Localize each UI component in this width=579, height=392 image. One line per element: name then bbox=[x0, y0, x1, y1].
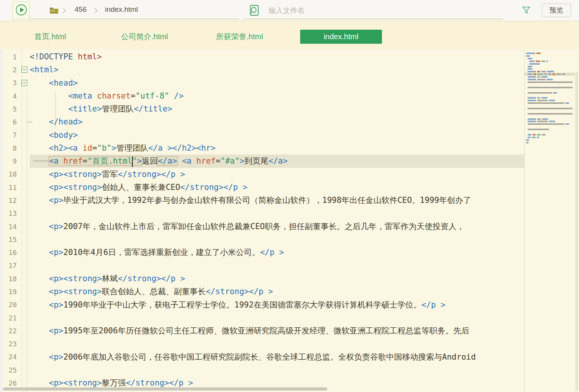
code-text: <p><strong>林斌</strong></p > bbox=[30, 272, 185, 285]
code-line-7[interactable]: 7 <body> bbox=[0, 129, 525, 142]
toolbar: 456 index.html 预览 bbox=[0, 0, 579, 22]
fold-collapse-icon[interactable]: − bbox=[21, 80, 27, 86]
line-number: 6 bbox=[0, 118, 19, 126]
line-number: 23 bbox=[0, 340, 19, 348]
filter-icon[interactable] bbox=[522, 6, 531, 16]
code-line-15[interactable]: 15 bbox=[0, 233, 525, 246]
line-number: 7 bbox=[0, 131, 19, 139]
line-number: 9 bbox=[0, 157, 19, 165]
code-line-4[interactable]: 4 <meta charset="utf-8" /> bbox=[0, 89, 525, 102]
code-line-22[interactable]: 22 <p>1995年至2006年历任微软公司主任工程师、微软亚洲研究院高级开发… bbox=[0, 324, 525, 337]
code-line-3[interactable]: 3− <head> bbox=[0, 76, 525, 89]
minimap-row bbox=[528, 79, 553, 80]
horizontal-scrollbar[interactable] bbox=[3, 387, 327, 390]
minimap-row bbox=[528, 68, 532, 70]
minimap-row bbox=[528, 134, 546, 135]
run-button[interactable] bbox=[13, 2, 30, 19]
line-number: 19 bbox=[0, 288, 19, 296]
code-line-25[interactable]: 25 bbox=[0, 363, 525, 376]
code-line-18[interactable]: 18 <p><strong>林斌</strong></p > bbox=[0, 272, 525, 285]
breadcrumb-underline bbox=[30, 19, 239, 19]
chevron-right-icon bbox=[94, 7, 98, 16]
code-text: <p><strong>创始人、董事长兼CEO</strong></p > bbox=[30, 181, 248, 194]
code-text: <p>毕业于武汉大学，1992年参与创办金山软件有限公司（简称金山软件），199… bbox=[30, 194, 471, 207]
code-line-5[interactable]: 5 <title>管理团队</title> bbox=[0, 102, 525, 115]
code-line-24[interactable]: 24 <p>2006年底加入谷歌公司，任谷歌中国工程研究院副院长、谷歌全球工程总… bbox=[0, 351, 525, 363]
tab-公司简介.html[interactable]: 公司简介.html bbox=[121, 32, 168, 42]
line-number: 25 bbox=[0, 366, 19, 374]
tab-所获荣誉.html[interactable]: 所获荣誉.html bbox=[216, 32, 263, 42]
minimap-row bbox=[528, 129, 549, 130]
code-line-17[interactable]: 17 bbox=[0, 259, 525, 272]
line-number: 2 bbox=[0, 66, 19, 74]
code-line-9[interactable]: 9 <a href="首页.html">返回</a> <a href="#a">… bbox=[0, 155, 525, 167]
file-search-icon bbox=[248, 4, 260, 18]
line-number: 13 bbox=[0, 209, 19, 217]
line-number: 18 bbox=[0, 275, 19, 283]
play-icon bbox=[15, 3, 28, 18]
breadcrumb-file[interactable]: index.html bbox=[105, 5, 138, 14]
current-line-dash bbox=[33, 161, 53, 161]
code-text: <p>2010年4月6日，雷军选择重新创业，建立了小米公司。</p > bbox=[30, 246, 284, 259]
line-number: 10 bbox=[0, 170, 19, 178]
code-line-1[interactable]: 1<!DOCTYPE html> bbox=[0, 50, 525, 63]
code-text: <p>2006年底加入谷歌公司，任谷歌中国工程研究院副院长、谷歌全球工程总监。全… bbox=[30, 351, 476, 363]
minimap-row bbox=[526, 142, 528, 143]
code-text: <p>1990年毕业于中山大学，获电子工程学士学位。1992在美国德雷塞尔大学获… bbox=[30, 298, 445, 311]
code-editor[interactable]: 1<!DOCTYPE html>2−<html>3− <head>4 <meta… bbox=[0, 49, 579, 392]
line-number: 8 bbox=[0, 144, 19, 152]
minimap-row bbox=[528, 118, 548, 120]
code-line-13[interactable]: 13 bbox=[0, 207, 525, 220]
code-line-23[interactable]: 23 bbox=[0, 338, 525, 351]
file-search-input[interactable] bbox=[269, 5, 474, 17]
line-number: 11 bbox=[0, 183, 19, 191]
vertical-scrollbar[interactable] bbox=[575, 72, 578, 391]
minimap-row bbox=[528, 71, 554, 72]
code-line-12[interactable]: 12 <p>毕业于武汉大学，1992年参与创办金山软件有限公司（简称金山软件），… bbox=[0, 194, 525, 207]
minimap-row bbox=[528, 123, 569, 125]
code-text: <title>管理团队</title> bbox=[30, 102, 172, 115]
code-line-20[interactable]: 20 <p>1990年毕业于中山大学，获电子工程学士学位。1992在美国德雷塞尔… bbox=[0, 298, 525, 311]
fold-collapse-icon[interactable]: − bbox=[21, 67, 27, 73]
code-line-6[interactable]: 6 </head> bbox=[0, 115, 525, 128]
tab-bar: 首页.html公司简介.html所获荣誉.htmlindex.html bbox=[0, 22, 579, 49]
code-line-19[interactable]: 19 <p><strong>联合创始人、总裁、副董事长</strong></p … bbox=[0, 285, 525, 298]
code-line-21[interactable]: 21 bbox=[0, 311, 525, 324]
code-text: </head> bbox=[30, 115, 83, 128]
code-line-10[interactable]: 10 <p><strong>雷军</strong></p > bbox=[0, 168, 525, 181]
minimap-row bbox=[528, 58, 532, 59]
matched-tag-box: <a href="首页.html"> bbox=[49, 156, 142, 166]
line-number: 26 bbox=[0, 379, 19, 387]
tab-index.html[interactable]: index.html bbox=[300, 30, 382, 44]
minimap-row bbox=[528, 113, 573, 115]
code-line-16[interactable]: 16 <p>2010年4月6日，雷军选择重新创业，建立了小米公司。</p > bbox=[0, 246, 525, 259]
code-line-8[interactable]: 8 <h2><a id="b">管理团队</a ></h2><hr> bbox=[0, 142, 525, 155]
line-number: 12 bbox=[0, 196, 19, 204]
code-line-2[interactable]: 2−<html> bbox=[0, 63, 525, 76]
minimap-row bbox=[528, 66, 532, 67]
line-number: 14 bbox=[0, 223, 19, 231]
matched-tag-box: </a> bbox=[158, 156, 177, 166]
minimap-row bbox=[528, 87, 573, 88]
code-text: <!DOCTYPE html> bbox=[30, 50, 102, 63]
line-number: 4 bbox=[0, 92, 19, 100]
search-underline bbox=[243, 19, 503, 19]
line-number: 21 bbox=[0, 314, 19, 322]
preview-button[interactable]: 预览 bbox=[542, 3, 571, 17]
tab-首页.html[interactable]: 首页.html bbox=[34, 32, 66, 42]
minimap-row bbox=[526, 55, 530, 57]
code-lines: 1<!DOCTYPE html>2−<html>3− <head>4 <meta… bbox=[0, 50, 525, 390]
minimap-row bbox=[528, 92, 557, 94]
minimap[interactable] bbox=[524, 49, 574, 392]
code-text: <p>2007年，金山软件上市后，雷军卸任金山软件总裁兼CEO职务，担任副董事长… bbox=[30, 220, 464, 233]
code-text: <p>1995年至2006年历任微软公司主任工程师、微软亚洲研究院高级开发经理、… bbox=[30, 324, 469, 337]
minimap-row bbox=[528, 100, 555, 101]
code-line-11[interactable]: 11 <p><strong>创始人、董事长兼CEO</strong></p > bbox=[0, 181, 525, 194]
minimap-row bbox=[528, 73, 565, 75]
fold-gutter: − bbox=[19, 80, 30, 86]
folder-icon bbox=[49, 6, 59, 16]
breadcrumb-folder[interactable]: 456 bbox=[75, 5, 87, 14]
code-line-14[interactable]: 14 <p>2007年，金山软件上市后，雷军卸任金山软件总裁兼CEO职务，担任副… bbox=[0, 220, 525, 233]
line-number: 15 bbox=[0, 236, 19, 244]
minimap-row bbox=[528, 137, 539, 138]
